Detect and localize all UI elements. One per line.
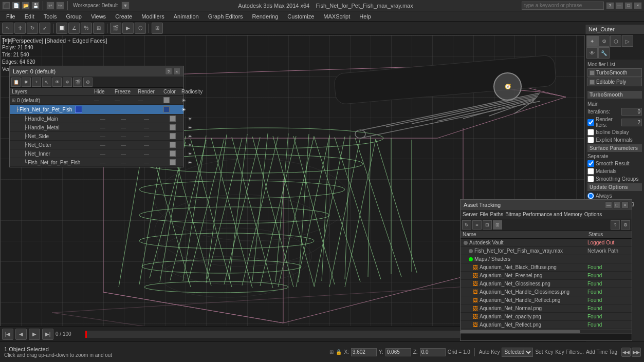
workspace-dropdown[interactable]: ▼ — [121, 2, 130, 10]
asset-row-tex1[interactable]: 🖼 Aquarium_Net_Black_Diffuse.png Found — [461, 263, 632, 272]
layer-row-net-inner[interactable]: ┣ Net_Inner — — — ☀ — [10, 149, 183, 158]
undo-icon[interactable]: ↩ — [46, 2, 54, 10]
open-icon[interactable]: 📂 — [22, 2, 30, 10]
spinner-snap[interactable]: ⊞ — [93, 23, 104, 34]
layer-freeze-btn[interactable]: ❄ — [63, 78, 72, 87]
asset-menu-paths[interactable]: Paths — [490, 212, 504, 217]
menu-animation[interactable]: Animation — [170, 12, 203, 21]
tab-hierarchy[interactable]: ⬡ — [610, 35, 621, 47]
maximize-button[interactable]: □ — [624, 2, 633, 9]
go-start-btn[interactable]: |◀ — [2, 329, 13, 340]
tab-create[interactable]: ✦ — [586, 35, 598, 47]
render-setup[interactable]: 🎬 — [110, 23, 121, 34]
asset-row-tex3[interactable]: 🖼 Aquarium_Net_Glossiness.png Found — [461, 280, 632, 288]
asset-help-btn[interactable]: ? — [611, 220, 620, 230]
asset-row-tex5[interactable]: 🖼 Aquarium_Net_Handle_Reflect.png Found — [461, 296, 632, 304]
asset-menu-options[interactable]: Options — [584, 212, 602, 217]
asset-row-tex7[interactable]: 🖼 Aquarium_Net_opacity.png Found — [461, 313, 632, 321]
minimize-button[interactable]: — — [615, 2, 623, 9]
layer-manager[interactable]: ⊞ — [152, 23, 163, 34]
menu-file[interactable]: File — [2, 12, 20, 21]
modifier-editable-poly[interactable]: Editable Poly — [587, 78, 642, 86]
asset-row-maxfile[interactable]: Fish_Net_for_Pet_Fish_max_vray.max Netwo… — [461, 247, 632, 255]
scale-tool[interactable]: ⤢ — [39, 23, 50, 34]
z-input[interactable] — [420, 348, 446, 356]
layer-3-color[interactable] — [170, 124, 176, 130]
next-frame-btn[interactable]: ▶| — [42, 329, 53, 340]
asset-close-btn[interactable]: × — [621, 201, 629, 208]
save-icon[interactable]: 💾 — [31, 2, 40, 10]
rotate-tool[interactable]: ↻ — [27, 23, 38, 34]
layer-add-btn[interactable]: + — [32, 78, 41, 87]
menu-customize[interactable]: Customize — [283, 12, 318, 21]
layer-6-color[interactable] — [170, 150, 176, 157]
play-fwd-btn[interactable]: ▶▶ — [632, 348, 641, 357]
asset-maximize-btn[interactable]: □ — [613, 201, 620, 208]
material-editor[interactable]: ⬡ — [135, 23, 146, 34]
help-icon[interactable]: ? — [606, 2, 614, 9]
key-filters-label[interactable]: Key Filters... — [555, 349, 584, 355]
asset-row-vault[interactable]: Autodesk Vault Logged Out — [461, 239, 632, 247]
smooth-result-check[interactable] — [587, 160, 594, 167]
render-iters-check[interactable] — [587, 119, 594, 126]
tab-motion[interactable]: ▷ — [622, 35, 633, 47]
asset-dialog-titlebar[interactable]: Asset Tracking — □ × — [461, 200, 632, 210]
nav-cube[interactable]: 🧭 — [493, 72, 522, 101]
asset-detail-view-btn[interactable]: ⊟ — [483, 220, 492, 230]
layer-select-btn[interactable]: ↖ — [42, 78, 51, 87]
layer-7-color[interactable] — [170, 159, 176, 165]
asset-menu-file[interactable]: File — [480, 212, 488, 217]
layer-row-net-side[interactable]: ┣ Net_Side — — — ☀ — [10, 132, 183, 141]
asset-row-tex6[interactable]: 🖼 Aquarium_Net_Normal.png Found — [461, 304, 632, 313]
select-tool[interactable]: ↖ — [2, 23, 13, 34]
search-input[interactable] — [522, 2, 604, 10]
tab-utilities[interactable]: 🔧 — [598, 47, 610, 59]
asset-refresh-btn[interactable]: ↻ — [462, 220, 471, 230]
layer-close-button[interactable]: × — [173, 68, 180, 75]
play-btn[interactable]: ▶ — [29, 329, 40, 340]
menu-tools[interactable]: Tools — [40, 12, 61, 21]
asset-row-tex8[interactable]: 🖼 Aquarium_Net_Reflect.png Found — [461, 321, 632, 329]
asset-row-maps[interactable]: Maps / Shaders — [461, 255, 632, 263]
y-input[interactable] — [385, 348, 411, 356]
asset-scrollbar[interactable] — [461, 329, 632, 333]
smoothing-groups-check[interactable] — [587, 176, 594, 182]
asset-expand-btn[interactable]: ⊞ — [493, 220, 502, 230]
asset-row-tex2[interactable]: 🖼 Aquarium_Net_Fresnel.png Found — [461, 272, 632, 280]
layer-row-fish-net[interactable]: ┣ Fish_Net_for_Pet_Fish — — — ☀ — [10, 105, 183, 115]
auto-key-select[interactable]: Selected — [502, 348, 533, 357]
move-tool[interactable]: ✛ — [14, 23, 26, 34]
layer-hide-all-btn[interactable]: 👁 — [52, 78, 62, 87]
always-radio[interactable] — [587, 193, 594, 199]
tab-display[interactable]: 👁 — [586, 47, 598, 59]
modifier-turbosmooth[interactable]: TurboSmooth — [587, 68, 642, 77]
x-input[interactable] — [351, 348, 377, 356]
new-icon[interactable]: 📄 — [12, 2, 20, 10]
asset-list-view-btn[interactable]: ≡ — [472, 220, 482, 230]
menu-views[interactable]: Views — [87, 12, 110, 21]
menu-help[interactable]: Help — [355, 12, 375, 21]
layer-4-color[interactable] — [170, 133, 176, 139]
layer-row-0[interactable]: ⊞ 0 (default) — — — ☀ — [10, 96, 183, 105]
asset-menu-server[interactable]: Server — [463, 212, 477, 217]
menu-maxscript[interactable]: MAXScript — [319, 12, 354, 21]
isoline-check[interactable] — [587, 129, 594, 136]
layer-5-color[interactable] — [170, 142, 176, 148]
iterations-input[interactable] — [621, 108, 642, 116]
layer-1-color[interactable] — [163, 106, 170, 112]
layer-row-net-outer[interactable]: ┣ Net_Outer — — — ☀ — [10, 141, 183, 149]
menu-modifiers[interactable]: Modifiers — [137, 12, 169, 21]
asset-minimize-btn[interactable]: — — [605, 201, 612, 208]
tab-modify[interactable]: ⚙ — [598, 35, 610, 47]
layer-2-color[interactable] — [170, 116, 176, 122]
add-time-tag-label[interactable]: Add Time Tag — [586, 349, 617, 355]
asset-menu-bitmap[interactable]: Bitmap Performance and Memory — [505, 212, 582, 217]
menu-group[interactable]: Group — [62, 12, 86, 21]
close-button[interactable]: × — [634, 2, 642, 9]
layer-render-btn[interactable]: 🎬 — [73, 78, 82, 87]
asset-row-tex4[interactable]: 🖼 Aquarium_Net_Handle_Glossiness.png Fou… — [461, 288, 632, 296]
asset-scrollbar-thumb[interactable] — [461, 330, 580, 333]
redo-icon[interactable]: ↪ — [56, 2, 64, 10]
layer-row-fish-net2[interactable]: ┗ Fish_Net_for_Pet_Fish — — — ☀ — [10, 158, 183, 167]
menu-edit[interactable]: Edit — [21, 12, 39, 21]
